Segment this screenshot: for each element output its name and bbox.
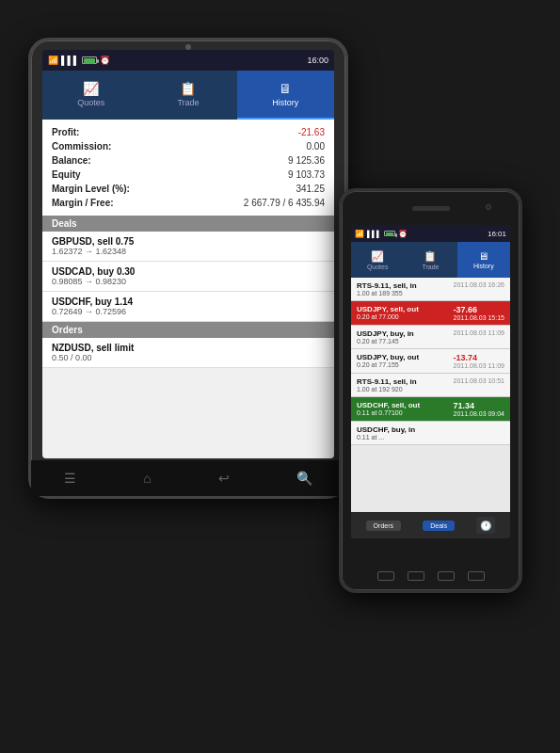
margin-free-label: Margin / Free:	[52, 198, 114, 208]
tablet-tab-bar: 📈 Quotes 📋 Trade 🖥 History	[42, 71, 334, 120]
history-title-4: RTS-9.11, sell, in	[357, 377, 417, 386]
profit-section: Profit: -21.63 Commission: 0.00 Balance:…	[42, 120, 334, 216]
tablet-device: 📶 ▌▌▌ ⏰ 16:00 📈 Quotes 📋 Trade	[28, 38, 348, 499]
history-title-1: USDJPY, sell, out	[357, 305, 419, 313]
history-sub-0: 1.00 at 189 355	[357, 290, 417, 296]
tablet-nav-menu[interactable]: ☰	[64, 471, 76, 486]
clock-icon: ⏰	[100, 56, 110, 65]
tab-quotes[interactable]: 📈 Quotes	[42, 71, 139, 120]
phone-bottom-bar: Orders Deals 🕐	[351, 512, 510, 538]
tab-history[interactable]: 🖥 History	[237, 71, 334, 120]
phone-screen-container: 📶 ▌▌▌ ⏰ 16:01 📈 Quotes 📋 Trade	[351, 225, 510, 538]
history-sub-2: 0.20 at 77.145	[357, 338, 414, 344]
phone-menu-btn[interactable]	[438, 571, 455, 581]
tab-trade[interactable]: 📋 Trade	[139, 71, 236, 120]
deal-title-0: GBPUSD, sell 0.75	[52, 236, 134, 247]
history-title-6: USDCHF, buy, in	[357, 425, 415, 434]
tab-history-label: History	[272, 98, 298, 107]
balance-value: 9 125.36	[288, 155, 325, 166]
phone-search-btn[interactable]	[468, 571, 485, 581]
phone-quotes-icon: 📈	[371, 250, 384, 263]
profit-row-0: Profit: -21.63	[52, 125, 325, 139]
profit-row-3: Equity 9 103.73	[52, 168, 325, 182]
history-sub-3: 0.20 at 77.155	[357, 361, 419, 368]
phone-clock-icon: ⏰	[398, 230, 408, 238]
margin-level-label: Margin Level (%):	[52, 184, 130, 194]
history-value-3: -13.74	[454, 353, 505, 362]
history-sub-1: 0.20 at 77.000	[357, 313, 419, 320]
deal-sub-2: 0.72649 → 0.72596	[52, 307, 133, 316]
battery-icon	[82, 56, 97, 64]
tablet-nav-home[interactable]: ⌂	[143, 471, 151, 486]
phone-signal: ▌▌▌	[367, 231, 381, 237]
phone-tab-bar: 📈 Quotes 📋 Trade 🖥 History	[351, 242, 510, 278]
signal-bars: ▌▌▌	[61, 56, 79, 65]
history-title-3: USDJPY, buy, out	[357, 353, 419, 361]
tablet-nav-bar: ☰ ⌂ ↩ 🔍	[31, 460, 345, 496]
commission-value: 0.00	[307, 141, 325, 152]
phone-time: 16:01	[488, 230, 506, 238]
phone-tab-history-label: History	[473, 263, 494, 269]
deal-sub-0: 1.62372 → 1.62348	[52, 247, 134, 256]
orders-button[interactable]: Orders	[366, 521, 401, 531]
balance-label: Balance:	[52, 155, 91, 166]
history-item-0: RTS-9.11, sell, in 1.00 at 189 355 2011.…	[351, 278, 510, 301]
deal-sub-1: 0.98085 → 0.98230	[52, 277, 135, 286]
tablet-nav-back[interactable]: ↩	[218, 471, 230, 486]
history-item-2: USDJPY, buy, in 0.20 at 77.145 2011.08.0…	[351, 326, 510, 349]
deals-button[interactable]: Deals	[423, 521, 455, 531]
history-date-5: 2011.08.03 09:04	[454, 410, 505, 417]
equity-label: Equity	[52, 169, 81, 180]
phone-history-list: RTS-9.11, sell, in 1.00 at 189 355 2011.…	[351, 278, 510, 512]
history-sub-6: 0.11 at ...	[357, 434, 415, 441]
history-date-0: 2011.08.03 16:26	[454, 281, 505, 288]
phone-battery-fill	[386, 232, 393, 236]
phone-speaker	[412, 206, 450, 211]
history-item-5: USDCHF, sell, out 0.11 at 0.77100 71.34 …	[351, 397, 510, 422]
history-icon: 🖥	[279, 81, 292, 96]
battery-fill	[84, 58, 95, 64]
history-sub-4: 1.00 at 192 920	[357, 386, 417, 393]
history-title-2: USDJPY, buy, in	[357, 329, 414, 338]
clock-button[interactable]: 🕐	[476, 517, 495, 534]
trade-icon: 📋	[180, 81, 196, 96]
tablet-status-icons: 📶 ▌▌▌ ⏰	[48, 56, 110, 65]
margin-level-value: 341.25	[296, 184, 325, 194]
phone-battery-icon	[384, 231, 395, 236]
tablet-screen: 📶 ▌▌▌ ⏰ 16:00 📈 Quotes 📋 Trade	[42, 50, 334, 458]
tab-trade-label: Trade	[177, 98, 199, 107]
phone-screen: 📶 ▌▌▌ ⏰ 16:01 📈 Quotes 📋 Trade	[351, 225, 510, 538]
history-date-3: 2011.08.03 11:09	[454, 362, 505, 369]
tablet-screen-container: 📶 ▌▌▌ ⏰ 16:00 📈 Quotes 📋 Trade	[42, 50, 334, 458]
deal-title-2: USDCHF, buy 1.14	[52, 296, 133, 307]
deal-title-1: USDCAD, buy 0.30	[52, 266, 135, 277]
phone-status-bar: 📶 ▌▌▌ ⏰ 16:01	[351, 225, 510, 242]
equity-value: 9 103.73	[288, 169, 325, 180]
history-sub-5: 0.11 at 0.77100	[357, 409, 420, 416]
profit-value: -21.63	[298, 127, 325, 137]
history-item-4: RTS-9.11, sell, in 1.00 at 192 920 2011.…	[351, 374, 510, 397]
deal-item-0: GBPUSD, sell 0.75 1.62372 → 1.62348	[42, 232, 334, 262]
tablet-time: 16:00	[307, 56, 328, 65]
wifi-icon: 📶	[48, 56, 58, 65]
history-item-3: USDJPY, buy, out 0.20 at 77.155 -13.74 2…	[351, 349, 510, 374]
phone-back-btn[interactable]	[377, 571, 394, 581]
history-item-6: USDCHF, buy, in 0.11 at ...	[351, 422, 510, 445]
history-value-1: -37.66	[454, 305, 505, 314]
profit-label: Profit:	[52, 127, 79, 137]
phone-camera	[486, 204, 491, 210]
phone-tab-trade[interactable]: 📋 Trade	[404, 242, 456, 278]
phone-tab-quotes-label: Quotes	[367, 264, 389, 270]
tablet-nav-search[interactable]: 🔍	[296, 471, 312, 486]
phone-device: 📶 ▌▌▌ ⏰ 16:01 📈 Quotes 📋 Trade	[339, 188, 522, 593]
history-date-4: 2011.08.03 10:51	[454, 377, 505, 384]
deals-header: Deals	[42, 216, 334, 232]
phone-tab-quotes[interactable]: 📈 Quotes	[351, 242, 404, 278]
quotes-icon: 📈	[83, 81, 99, 96]
profit-row-5: Margin / Free: 2 667.79 / 6 435.94	[52, 196, 325, 210]
phone-tab-history[interactable]: 🖥 History	[457, 242, 510, 278]
phone-status-icons: 📶 ▌▌▌ ⏰	[355, 230, 408, 238]
phone-home-btn[interactable]	[408, 571, 424, 581]
phone-nav-buttons	[377, 571, 485, 581]
margin-free-value: 2 667.79 / 6 435.94	[244, 198, 325, 208]
